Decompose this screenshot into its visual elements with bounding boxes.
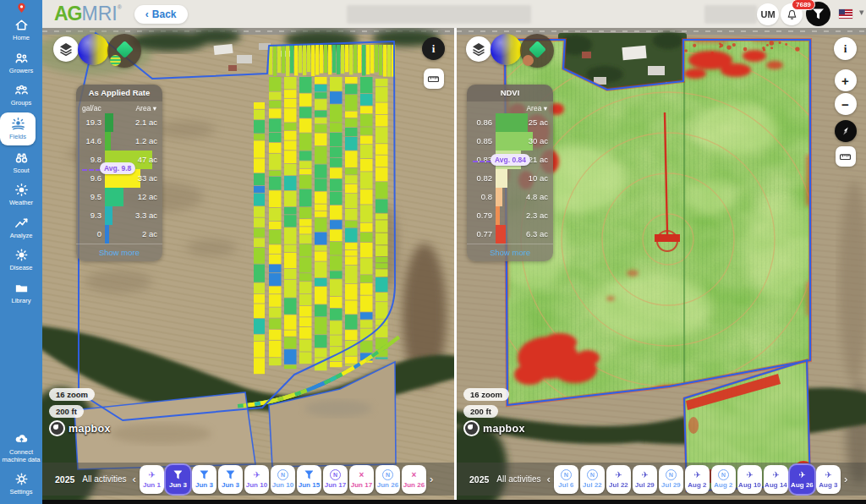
user-initials-button[interactable]: UM (757, 3, 779, 25)
date-chip[interactable]: ✈Jun 10 (244, 465, 269, 494)
date-chip[interactable]: ✈Aug 10 (737, 465, 762, 494)
sidebar-item-analyze[interactable]: Analyze (0, 211, 42, 244)
activities-filter[interactable]: All activities (82, 474, 126, 484)
area-sort-dropdown[interactable]: Area ▾ (526, 104, 547, 112)
timeline-next-button[interactable]: › (844, 473, 847, 485)
compass-button[interactable] (835, 120, 857, 142)
color-ramp-button[interactable] (78, 34, 109, 65)
legend-bar (496, 169, 507, 188)
sidebar-item-label: Fields (9, 134, 26, 141)
date-chip[interactable]: ✈Aug 3 (816, 465, 841, 494)
legend-bar (496, 225, 506, 244)
area-sort-dropdown[interactable]: Area ▾ (135, 104, 156, 112)
legend-area: 4.8 ac (526, 188, 548, 206)
date-chip[interactable]: NJun 17 (323, 465, 348, 494)
zoom-out-button[interactable]: − (835, 93, 857, 115)
legend-row[interactable]: 14.61.2 ac (76, 132, 162, 151)
legend-row[interactable]: 0.792.3 ac (467, 206, 553, 225)
panel-divider[interactable] (454, 28, 457, 504)
show-more-link[interactable]: Show more (76, 244, 162, 261)
legend-row[interactable]: 0.8625 ac (467, 113, 553, 132)
info-button[interactable]: i (834, 37, 857, 60)
activities-filter[interactable]: All activities (496, 474, 540, 484)
mapbox-attribution[interactable]: mapbox (463, 420, 525, 436)
legend-area: 30 ac (529, 132, 548, 151)
show-more-link[interactable]: Show more (467, 244, 553, 261)
back-button[interactable]: ‹ Back (134, 5, 188, 24)
sidebar-item-settings[interactable]: Settings (0, 468, 42, 501)
us-flag-icon[interactable] (839, 9, 852, 19)
sidebar-item-weather[interactable]: Weather (0, 178, 42, 211)
spray-icon (173, 470, 182, 480)
legend-unit-label: gal/ac (82, 104, 101, 112)
legend-row[interactable]: 0.84.8 ac (467, 188, 553, 206)
left-map-panel[interactable]: As Applied Rategal/acArea ▾19.32.1 ac14.… (42, 28, 454, 504)
date-chip[interactable]: ✈Aug 2 (685, 465, 710, 494)
sidebar-item-home[interactable]: Home (0, 14, 42, 47)
legend-value: 0.77 (469, 225, 492, 244)
layers-button[interactable] (466, 36, 491, 62)
legend-row[interactable]: 0.776.3 ac (467, 225, 553, 244)
zoom-in-button[interactable]: + (835, 69, 857, 91)
sidebar-item-fields[interactable]: Fields (0, 112, 36, 145)
date-chip[interactable]: Jun 15 (297, 465, 321, 494)
date-chip[interactable]: ×Jun 17 (349, 465, 374, 494)
legend-row[interactable]: 19.32.1 ac (76, 113, 162, 132)
chip-date: Jun 3 (195, 481, 213, 489)
legend-value: 0 (78, 225, 101, 244)
split-map-view: As Applied Rategal/acArea ▾19.32.1 ac14.… (42, 28, 866, 504)
info-button[interactable]: i (422, 37, 445, 60)
date-chip[interactable]: NAug 2 (711, 465, 736, 494)
mapbox-attribution[interactable]: mapbox (49, 420, 111, 436)
legend-row[interactable]: 02 ac (76, 225, 162, 244)
legend-bar (105, 113, 113, 132)
spray-icon (304, 470, 313, 480)
timeline-prev-button[interactable]: ‹ (547, 473, 551, 485)
sidebar-item-disease[interactable]: Disease (0, 244, 42, 277)
legend-row[interactable]: 0.8210 ac (467, 169, 553, 188)
mapbox-logo-icon (463, 420, 480, 436)
layers-button[interactable] (53, 36, 79, 62)
chip-date: Aug 2 (714, 481, 732, 489)
date-chip[interactable]: NJul 22 (580, 465, 605, 494)
date-chip[interactable]: ✈Jul 22 (606, 465, 631, 494)
layer-type-button[interactable] (107, 34, 141, 68)
date-chip[interactable]: ✈Aug 14 (764, 465, 788, 494)
chip-date: Jun 10 (272, 481, 293, 489)
growers-icon (14, 50, 30, 66)
legend-row[interactable]: 9.33.3 ac (76, 206, 162, 225)
timeline-next-button[interactable]: › (430, 473, 433, 485)
groups-icon (14, 82, 30, 98)
sidebar-item-scout[interactable]: Scout (0, 146, 42, 179)
date-chip[interactable]: ×Jun 26 (402, 465, 426, 494)
measure-button[interactable] (836, 146, 856, 167)
date-chip[interactable]: ✈Jul 29 (633, 465, 657, 494)
date-chip[interactable]: Jun 3 (166, 465, 190, 494)
layer-type-button[interactable] (520, 34, 554, 68)
color-ramp-button[interactable] (491, 34, 522, 65)
date-chip[interactable]: ✈Jun 1 (140, 465, 164, 494)
date-chip[interactable]: Jun 3 (192, 465, 216, 494)
timeline-prev-button[interactable]: ‹ (133, 473, 136, 485)
sidebar-item-connect-machine-data[interactable]: Connect machine data (0, 428, 42, 468)
date-chip[interactable]: NJul 29 (659, 465, 683, 494)
legend-row[interactable]: 9.512 ac (76, 188, 162, 206)
left-layer-controls (53, 34, 141, 68)
sidebar-item-groups[interactable]: Groups (0, 79, 42, 112)
chevron-down-icon[interactable]: ▾ (859, 7, 864, 18)
right-map-panel[interactable]: NDVIArea ▾0.8625 ac0.8530 ac0.8321 ac0.8… (457, 28, 866, 504)
sidebar-item-label: Analyze (10, 233, 33, 240)
date-chip[interactable]: ✈Aug 26 (790, 465, 814, 494)
date-chip[interactable]: Jun 3 (218, 465, 243, 494)
legend-value: 0.86 (469, 113, 492, 132)
legend-row[interactable]: 0.8530 ac (467, 132, 553, 151)
measure-button[interactable] (424, 68, 444, 89)
date-chip[interactable]: NJul 6 (554, 465, 578, 494)
chip-date: Aug 10 (738, 481, 761, 489)
zoom-level-badge: 16 zoom (49, 388, 95, 401)
date-chip[interactable]: NJun 10 (271, 465, 295, 494)
sidebar-item-growers[interactable]: Growers (0, 47, 42, 79)
sidebar-item-library[interactable]: Library (0, 277, 42, 310)
compass-icon (839, 124, 852, 138)
date-chip[interactable]: NJun 26 (375, 465, 400, 494)
